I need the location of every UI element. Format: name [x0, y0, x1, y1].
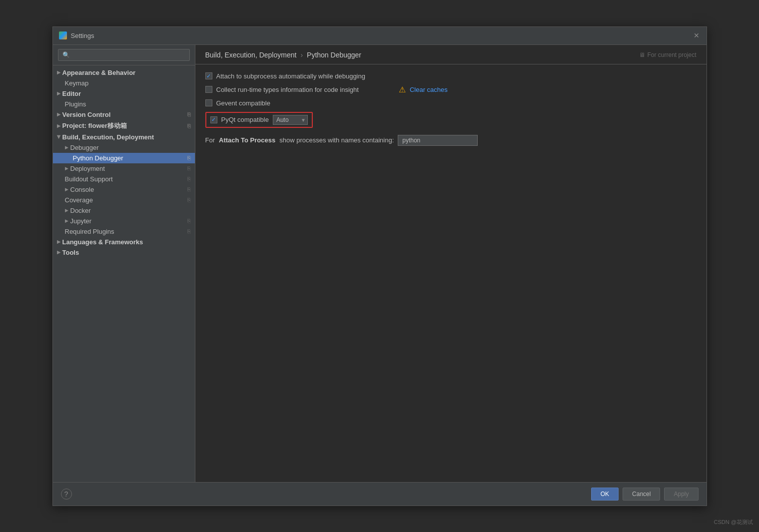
arrow-icon: ▶: [57, 112, 60, 117]
sidebar-item-label: Coverage: [65, 196, 183, 204]
option-gevent-compatible: Gevent compatible: [205, 99, 697, 107]
clear-caches-link[interactable]: Clear caches: [410, 86, 448, 93]
pyqt-compatible-label: PyQt compatible: [221, 116, 269, 123]
sidebar-item-coverage[interactable]: Coverage ⎘: [53, 195, 195, 205]
sidebar-item-jupyter[interactable]: ▶ Jupyter ⎘: [53, 216, 195, 226]
sidebar-item-plugins[interactable]: Plugins: [53, 99, 195, 109]
copy-icon: ⎘: [187, 218, 191, 224]
arrow-icon: ▶: [65, 218, 68, 223]
window-title: Settings: [71, 32, 94, 39]
sidebar-item-label: Console: [70, 186, 183, 193]
dropdown-wrapper: Auto Yes No ▼: [273, 115, 308, 125]
pyqt-dropdown[interactable]: Auto Yes No: [273, 115, 308, 125]
panel-content: Attach to subprocess automatically while…: [195, 64, 707, 482]
monitor-icon: 🖥: [639, 51, 645, 58]
pyqt-compatible-checkbox[interactable]: [210, 116, 217, 123]
ok-button[interactable]: OK: [591, 488, 619, 501]
option-collect-runtime: Collect run-time types information for c…: [205, 86, 359, 93]
gevent-compatible-checkbox[interactable]: [205, 99, 212, 106]
arrow-icon: ▶: [57, 250, 60, 255]
copy-icon: ⎘: [187, 228, 191, 234]
tree-area: ▶ Appearance & Behavior Keymap ▶ Editor …: [53, 65, 195, 482]
attach-subprocess-label: Attach to subprocess automatically while…: [216, 72, 365, 80]
copy-icon: ⎘: [187, 176, 191, 182]
collect-runtime-checkbox[interactable]: [205, 86, 212, 93]
attach-subprocess-checkbox[interactable]: [205, 72, 212, 79]
footer: ? OK Cancel Apply: [53, 482, 707, 506]
sidebar-item-project-flower[interactable]: ▶ Project: flower移动箱 ⎘: [53, 120, 195, 132]
copy-icon: ⎘: [187, 155, 191, 161]
clear-caches-section: ⚠ Clear caches: [399, 85, 448, 94]
sidebar-item-docker[interactable]: ▶ Docker: [53, 205, 195, 216]
panel-header: Build, Execution, Deployment › Python De…: [195, 45, 707, 64]
title-bar: Settings ✕: [53, 27, 707, 45]
copy-icon: ⎘: [187, 197, 191, 203]
attach-process-prefix: For: [205, 136, 215, 144]
attach-process-row: For Attach To Process show processes wit…: [205, 135, 697, 146]
arrow-icon: ▶: [57, 239, 60, 244]
sidebar-item-label: Project: flower移动箱: [62, 121, 183, 130]
sidebar-item-buildout-support[interactable]: Buildout Support ⎘: [53, 174, 195, 184]
sidebar-item-label: Required Plugins: [65, 228, 183, 235]
sidebar-item-label: Languages & Frameworks: [62, 238, 191, 246]
sidebar-item-label: Jupyter: [70, 217, 183, 225]
main-panel: Build, Execution, Deployment › Python De…: [195, 45, 707, 482]
content-area: ▶ Appearance & Behavior Keymap ▶ Editor …: [53, 45, 707, 482]
sidebar-item-label: Keymap: [65, 79, 191, 87]
copy-icon: ⎘: [187, 123, 191, 129]
search-box: [53, 45, 195, 65]
sidebar-item-version-control[interactable]: ▶ Version Control ⎘: [53, 109, 195, 120]
sidebar-item-label: Buildout Support: [65, 175, 183, 183]
breadcrumb-parent: Build, Execution, Deployment: [205, 51, 297, 59]
sidebar-item-label: Python Debugger: [73, 154, 183, 162]
attach-process-input[interactable]: [398, 135, 478, 146]
sidebar-item-label: Deployment: [70, 165, 183, 172]
help-button[interactable]: ?: [61, 489, 72, 500]
arrow-icon: ▶: [65, 187, 68, 192]
option-pyqt-compatible: PyQt compatible Auto Yes No ▼: [205, 112, 697, 128]
sidebar-item-tools[interactable]: ▶ Tools: [53, 247, 195, 258]
sidebar-item-label: Version Control: [62, 111, 183, 118]
sidebar-item-deployment[interactable]: ▶ Deployment ⎘: [53, 163, 195, 174]
breadcrumb: Build, Execution, Deployment › Python De…: [205, 51, 697, 59]
sidebar-item-editor[interactable]: ▶ Editor: [53, 88, 195, 99]
arrow-icon: ▶: [57, 70, 60, 75]
sidebar: ▶ Appearance & Behavior Keymap ▶ Editor …: [53, 45, 195, 482]
attach-process-bold: Attach To Process: [219, 136, 275, 144]
app-icon: [59, 31, 67, 39]
sidebar-item-appearance[interactable]: ▶ Appearance & Behavior: [53, 67, 195, 78]
attach-process-suffix: show processes with names containing:: [279, 136, 394, 144]
arrow-icon: ▶: [57, 123, 60, 128]
sidebar-item-label: Appearance & Behavior: [62, 69, 191, 76]
pyqt-highlight-box: PyQt compatible Auto Yes No ▼: [205, 112, 313, 128]
breadcrumb-separator: ›: [300, 51, 303, 59]
arrow-icon: ▶: [65, 145, 68, 150]
sidebar-item-label: Tools: [62, 249, 191, 256]
sidebar-item-console[interactable]: ▶ Console ⎘: [53, 184, 195, 195]
sidebar-item-debugger[interactable]: ▶ Debugger: [53, 142, 195, 153]
sidebar-item-label: Debugger: [70, 144, 191, 151]
warning-icon: ⚠: [399, 85, 406, 94]
search-input[interactable]: [58, 49, 190, 61]
collect-runtime-label: Collect run-time types information for c…: [216, 86, 359, 93]
arrow-icon: ▶: [65, 166, 68, 171]
title-bar-left: Settings: [59, 31, 94, 39]
settings-dialog: Settings ✕ ▶ Appearance & Behavior Keyma…: [52, 26, 707, 506]
sidebar-item-label: Plugins: [65, 100, 191, 108]
copy-icon: ⎘: [187, 165, 191, 171]
arrow-icon: ▶: [57, 91, 60, 96]
sidebar-item-build-exec-deploy[interactable]: ▶ Build, Execution, Deployment: [53, 132, 195, 142]
sidebar-item-python-debugger[interactable]: Python Debugger ⎘: [53, 153, 195, 163]
close-button[interactable]: ✕: [693, 31, 701, 39]
sidebar-item-languages-frameworks[interactable]: ▶ Languages & Frameworks: [53, 237, 195, 247]
apply-button[interactable]: Apply: [664, 488, 698, 501]
cancel-button[interactable]: Cancel: [623, 488, 660, 501]
option-attach-subprocess: Attach to subprocess automatically while…: [205, 72, 697, 80]
for-project-label: For current project: [647, 51, 696, 58]
breadcrumb-current: Python Debugger: [307, 51, 361, 59]
arrow-icon: ▶: [65, 208, 68, 213]
sidebar-item-keymap[interactable]: Keymap: [53, 78, 195, 88]
sidebar-item-required-plugins[interactable]: Required Plugins ⎘: [53, 226, 195, 237]
for-project: 🖥 For current project: [639, 51, 696, 58]
sidebar-item-label: Build, Execution, Deployment: [62, 133, 191, 141]
